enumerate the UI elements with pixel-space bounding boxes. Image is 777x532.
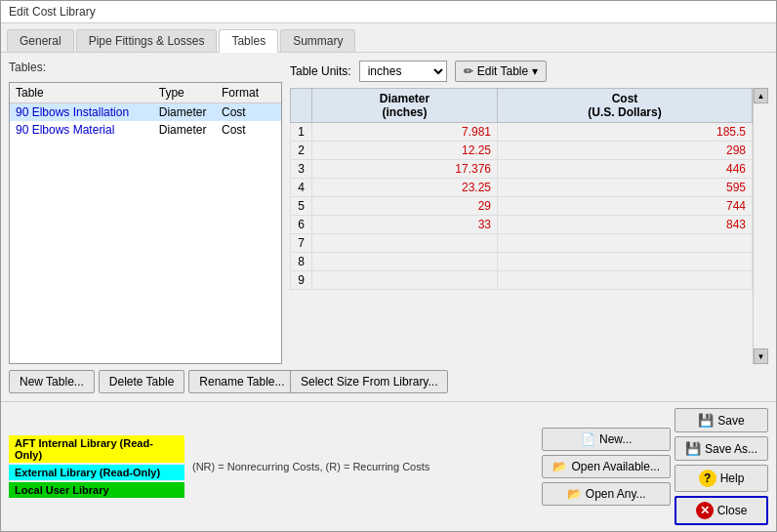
select-size-btn-wrap: Select Size From Library...	[290, 370, 768, 393]
edit-table-button[interactable]: ✏ Edit Table ▾	[455, 61, 547, 82]
right-panel: Table Units: inches ✏ Edit Table ▾	[290, 61, 768, 393]
title-bar: Edit Cost Library	[1, 1, 776, 23]
col-cost-label: Cost	[504, 92, 746, 105]
delete-table-button[interactable]: Delete Table	[99, 370, 185, 393]
units-select[interactable]: inches	[359, 61, 447, 82]
row-cost-5[interactable]: 744	[498, 197, 753, 216]
help-button[interactable]: ? Help	[675, 465, 768, 492]
table-format-1: Cost	[222, 105, 275, 119]
folder-icon-1: 📂	[552, 460, 567, 473]
table-name-2: 90 Elbows Material	[16, 123, 159, 137]
open-any-button[interactable]: 📂 Open Any...	[542, 482, 671, 506]
row-diameter-1[interactable]: 7.981	[312, 123, 498, 142]
folder-icon-2: 📂	[567, 487, 582, 501]
left-panel: Tables: Table Type Format 90 Elbows Inst…	[9, 61, 282, 393]
row-num-5: 5	[291, 197, 312, 216]
table-type-2: Diameter	[159, 123, 222, 137]
table-list-body: 90 Elbows Installation Diameter Cost 90 …	[10, 103, 281, 363]
data-row-7: 7	[291, 234, 753, 253]
data-row-6: 6 33 843	[291, 216, 753, 234]
data-row-8: 8	[291, 253, 753, 271]
row-num-7: 7	[291, 234, 312, 253]
row-cost-3[interactable]: 446	[498, 160, 753, 179]
data-table: Diameter (inches) Cost (U.S. Dollars)	[290, 88, 753, 290]
col-table: Table	[16, 86, 159, 100]
row-diameter-8[interactable]	[312, 253, 498, 271]
floppy-icon-2: 💾	[685, 441, 701, 456]
table-units-bar: Table Units: inches ✏ Edit Table ▾	[290, 61, 768, 82]
row-num-1: 1	[291, 123, 312, 142]
row-diameter-2[interactable]: 12.25	[312, 142, 498, 160]
scrollbar[interactable]: ▲ ▼	[753, 88, 768, 364]
row-num-9: 9	[291, 271, 312, 290]
tables-label: Tables:	[9, 61, 282, 74]
table-type-1: Diameter	[159, 105, 222, 119]
col-cost-header: Cost (U.S. Dollars)	[498, 89, 753, 123]
data-row-3: 3 17.376 446	[291, 160, 753, 179]
new-button[interactable]: 📄 New...	[542, 428, 671, 451]
tab-general[interactable]: General	[7, 29, 74, 52]
bottom-buttons: 📄 New... 📂 Open Available... 📂 Open Any.…	[542, 408, 768, 525]
local-library-label: Local User Library	[9, 482, 184, 498]
col-format: Format	[222, 86, 275, 100]
col-diameter-header: Diameter (inches)	[312, 89, 498, 123]
new-label: New...	[599, 432, 632, 446]
table-list-header: Table Type Format	[10, 83, 281, 103]
edit-icon: ✏	[464, 64, 473, 78]
save-as-label: Save As...	[705, 442, 757, 456]
col-diameter-sub: (inches)	[318, 105, 491, 119]
scroll-down-arrow[interactable]: ▼	[754, 348, 768, 364]
select-size-button[interactable]: Select Size From Library...	[290, 370, 448, 393]
table-format-2: Cost	[222, 123, 275, 137]
row-cost-6[interactable]: 843	[498, 216, 753, 234]
table-row-2[interactable]: 90 Elbows Material Diameter Cost	[10, 121, 281, 139]
close-button[interactable]: ✕ Close	[675, 496, 768, 525]
ext-library-label: External Library (Read-Only)	[9, 465, 184, 480]
row-diameter-6[interactable]: 33	[312, 216, 498, 234]
row-diameter-7[interactable]	[312, 234, 498, 253]
col-diameter-label: Diameter	[318, 92, 491, 105]
rename-table-button[interactable]: Rename Table...	[188, 370, 295, 393]
floppy-icon-1: 💾	[698, 413, 714, 428]
aft-library-label: AFT Internal Library (Read-Only)	[9, 435, 184, 463]
row-diameter-9[interactable]	[312, 271, 498, 290]
open-available-label: Open Available...	[571, 460, 660, 473]
table-row-1[interactable]: 90 Elbows Installation Diameter Cost	[10, 103, 281, 121]
row-cost-8[interactable]	[498, 253, 753, 271]
save-as-button[interactable]: 💾 Save As...	[675, 436, 768, 461]
data-row-5: 5 29 744	[291, 197, 753, 216]
table-units-label: Table Units:	[290, 64, 351, 78]
row-cost-2[interactable]: 298	[498, 142, 753, 160]
doc-icon: 📄	[581, 432, 595, 446]
close-label: Close	[717, 504, 748, 517]
tab-tables[interactable]: Tables	[219, 29, 278, 53]
row-num-3: 3	[291, 160, 312, 179]
row-diameter-4[interactable]: 23.25	[312, 179, 498, 197]
col-type: Type	[159, 86, 222, 100]
new-table-button[interactable]: New Table...	[9, 370, 95, 393]
row-cost-7[interactable]	[498, 234, 753, 253]
row-cost-9[interactable]	[498, 271, 753, 290]
help-label: Help	[720, 471, 745, 485]
scroll-up-arrow[interactable]: ▲	[754, 88, 768, 103]
row-num-6: 6	[291, 216, 312, 234]
data-table-inner[interactable]: Diameter (inches) Cost (U.S. Dollars)	[290, 88, 753, 364]
tab-summary[interactable]: Summary	[280, 29, 355, 52]
save-label: Save	[717, 414, 744, 428]
save-button[interactable]: 💾 Save	[675, 408, 768, 432]
help-icon: ?	[699, 470, 716, 487]
row-diameter-3[interactable]: 17.376	[312, 160, 498, 179]
tab-pipe-fittings[interactable]: Pipe Fittings & Losses	[76, 29, 218, 52]
main-content: Tables: Table Type Format 90 Elbows Inst…	[1, 53, 776, 401]
row-cost-4[interactable]: 595	[498, 179, 753, 197]
open-any-label: Open Any...	[586, 487, 646, 501]
row-num-4: 4	[291, 179, 312, 197]
close-icon: ✕	[696, 502, 714, 519]
tables-list-box: Table Type Format 90 Elbows Installation…	[9, 82, 282, 364]
open-available-button[interactable]: 📂 Open Available...	[542, 455, 671, 478]
row-diameter-5[interactable]: 29	[312, 197, 498, 216]
row-cost-1[interactable]: 185.5	[498, 123, 753, 142]
window-title: Edit Cost Library	[9, 5, 96, 19]
col-num-header	[291, 89, 312, 123]
data-row-2: 2 12.25 298	[291, 142, 753, 160]
